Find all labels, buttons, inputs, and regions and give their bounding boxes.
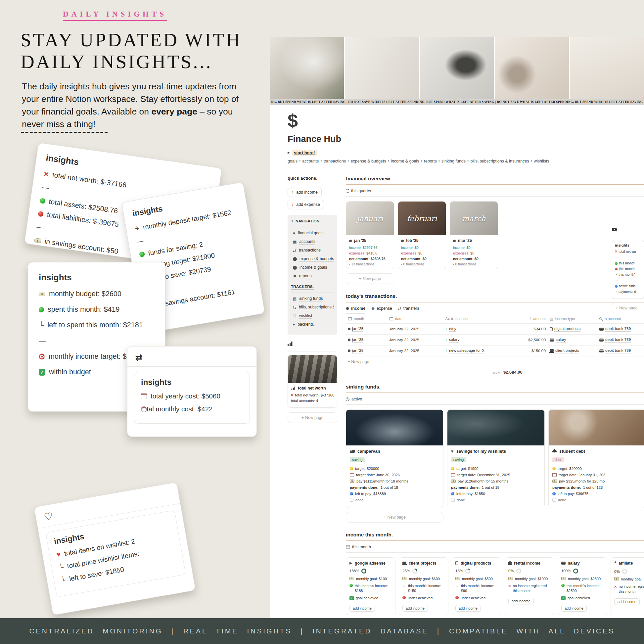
income-month-tab-row: this month xyxy=(346,545,644,553)
eye-icon[interactable] xyxy=(612,228,617,231)
breadcrumb-link[interactable]: income & goals xyxy=(391,159,419,163)
cell-date[interactable]: January 22, 2025 xyxy=(387,345,443,356)
column-header-month[interactable]: month xyxy=(346,314,387,324)
navigation-toggle[interactable]: NAVIGATION. xyxy=(291,219,334,224)
tab-this-month[interactable]: this month xyxy=(346,545,371,549)
breadcrumb-link[interactable]: goals xyxy=(288,159,298,163)
income-card-affiliate[interactable]: affiliate 0% monthly goal: no income reg… xyxy=(611,557,644,615)
cell-amount[interactable]: $34.00 xyxy=(511,324,548,335)
cell-transaction[interactable]: new salespage for X xyxy=(443,345,511,356)
breadcrumb-link[interactable]: bills, subscriptions & insurances xyxy=(470,159,529,163)
new-page-button[interactable]: +New page xyxy=(612,303,644,313)
checkbox-icon[interactable] xyxy=(552,498,556,502)
fund-card-campervan[interactable]: campervan saving target: $20000 target d… xyxy=(346,409,443,508)
cell-amount[interactable]: $2,500.00 xyxy=(511,335,548,345)
cell-month[interactable]: jan '25 xyxy=(346,335,387,345)
month-income: income: $0 xyxy=(453,246,495,250)
tab-label: income xyxy=(351,306,365,311)
money-icon xyxy=(552,480,557,483)
cell-month[interactable]: jan '25 xyxy=(346,345,387,356)
column-header-date[interactable]: date xyxy=(387,314,443,324)
sidebar-item-expense-budgets[interactable]: expense & budgets xyxy=(293,256,334,262)
cell-amount[interactable]: $150.00 xyxy=(511,345,548,356)
add-income-button[interactable]: add income xyxy=(455,605,481,612)
start-here-toggle[interactable]: start here! xyxy=(288,150,317,156)
rail-text: this month' xyxy=(619,261,635,265)
cell-income-type[interactable]: client projects xyxy=(548,345,597,356)
new-page-button[interactable]: +New page xyxy=(288,412,337,423)
cell-value: new salespage for X xyxy=(449,348,484,353)
new-page-button[interactable]: +New page xyxy=(346,273,394,284)
column-header-amount[interactable]: amount xyxy=(511,314,548,324)
cell-value: January 22, 2025 xyxy=(389,327,419,331)
breadcrumb-link[interactable]: wishlists xyxy=(534,159,549,163)
cell-month[interactable]: jan '25 xyxy=(346,324,387,335)
tab-this-quarter[interactable]: this quarter xyxy=(346,189,372,193)
breadcrumb-link[interactable]: transactions xyxy=(324,159,346,163)
fund-left-to-pay: left to pay: $18889 xyxy=(355,492,386,496)
new-page-row[interactable]: + New page xyxy=(346,356,644,367)
sidebar-item-income-goals[interactable]: income & goals xyxy=(293,265,334,270)
month-card-march[interactable]: march mar '25 income: $0 expenses: $0 ne… xyxy=(450,201,498,269)
insight-line: spent this month: $419 xyxy=(39,305,155,314)
add-income-button[interactable]: add income xyxy=(349,605,375,612)
cell-income-type[interactable]: salary xyxy=(548,335,597,345)
column-header-to-account[interactable]: to account xyxy=(597,314,644,324)
sidebar-item-backend[interactable]: backend. xyxy=(293,322,334,327)
add-income-button[interactable]: add income xyxy=(508,598,534,604)
cell-to-account[interactable]: debit bank 789 xyxy=(597,345,644,356)
tab-active[interactable]: active xyxy=(346,397,362,401)
breadcrumb-link[interactable]: sinking funds xyxy=(441,159,466,163)
cell-date[interactable]: January 22, 2025 xyxy=(387,335,443,345)
month-card-january[interactable]: januari jan '25 income: $2927.56 expense… xyxy=(346,201,394,269)
fund-card-wishlist-savings[interactable]: savings for my wishlists saving target: … xyxy=(447,409,545,508)
rail-card-title: insights xyxy=(615,243,641,247)
cell-to-account[interactable]: debit bank 789 xyxy=(597,335,644,345)
tab-transfers[interactable]: transfers xyxy=(398,306,419,311)
new-page-button[interactable]: +New page xyxy=(346,512,443,523)
status-text: under achieved xyxy=(461,596,485,601)
column-header-transaction[interactable]: transaction xyxy=(443,314,511,324)
income-card-salary[interactable]: salary 100% monthly goal: $2500 this mon… xyxy=(558,557,607,615)
cell-transaction[interactable]: etsy xyxy=(443,324,511,335)
breadcrumb-link[interactable]: expense & budgets xyxy=(351,159,386,163)
income-card-rental-income[interactable]: rental income 0% monthly goal: $1000 no … xyxy=(505,557,554,615)
sidebar-item-reports[interactable]: reports xyxy=(293,274,334,279)
insights-rail: insights total net wo — this month' this… xyxy=(612,227,644,313)
add-expense-button[interactable]: add expense xyxy=(288,200,324,209)
add-income-button[interactable]: add income xyxy=(614,598,640,605)
rail-insights-card[interactable]: insights total net wo — this month' this… xyxy=(612,240,644,299)
tab-expense[interactable]: expense xyxy=(371,306,392,311)
month-card-february[interactable]: februari feb '25 income: $0 expenses: $0… xyxy=(398,201,446,269)
cell-date[interactable]: January 22, 2025 xyxy=(387,324,443,335)
cell-transaction[interactable]: salary xyxy=(443,335,511,345)
add-income-button[interactable]: add income xyxy=(288,188,322,197)
column-header-income-type[interactable]: income type xyxy=(548,314,597,324)
income-card-google-adsense[interactable]: google adsense 188% monthly goal: $100 t… xyxy=(346,557,395,615)
income-card-digital-products[interactable]: digital products 18% monthly goal: $500 … xyxy=(452,557,501,615)
sidebar-item-accounts[interactable]: accounts xyxy=(293,239,334,245)
sidebar-item-sinking-funds[interactable]: sinking funds xyxy=(293,296,334,301)
sidebar-item-wishlist[interactable]: wishlist xyxy=(293,313,334,319)
fund-done-row[interactable]: done xyxy=(451,498,541,502)
fund-done-row[interactable]: done xyxy=(350,498,439,502)
sidebar-item-bills-subscriptions[interactable]: bills, subscriptions & i... xyxy=(293,305,334,310)
checkbox-icon[interactable] xyxy=(350,498,353,502)
breadcrumb-link[interactable]: reports xyxy=(424,159,437,163)
sidebar-item-transactions[interactable]: transactions xyxy=(293,248,334,253)
sidebar-item-financial-goals[interactable]: financial goals xyxy=(293,231,334,236)
separator: — xyxy=(39,337,155,345)
cell-income-type[interactable]: digital products xyxy=(548,324,597,335)
checkbox-icon[interactable] xyxy=(451,498,455,502)
fund-card-student-debt[interactable]: student debt debt target: $40000 target … xyxy=(548,409,644,508)
cell-to-account[interactable]: debit bank 789 xyxy=(597,324,644,335)
add-income-button[interactable]: add income xyxy=(561,605,587,612)
net-worth-card[interactable]: total net worth total net worth: $-37166… xyxy=(288,355,337,408)
dark-dot-icon xyxy=(349,240,352,242)
fund-done-row[interactable]: done xyxy=(552,498,642,502)
tab-income[interactable]: income xyxy=(346,306,365,313)
add-income-button[interactable]: add income xyxy=(402,605,428,612)
income-card-client-projects[interactable]: client projects 25% monthly goal: $600 t… xyxy=(399,557,448,615)
breadcrumb-link[interactable]: accounts xyxy=(302,159,319,163)
money-icon xyxy=(34,238,41,243)
